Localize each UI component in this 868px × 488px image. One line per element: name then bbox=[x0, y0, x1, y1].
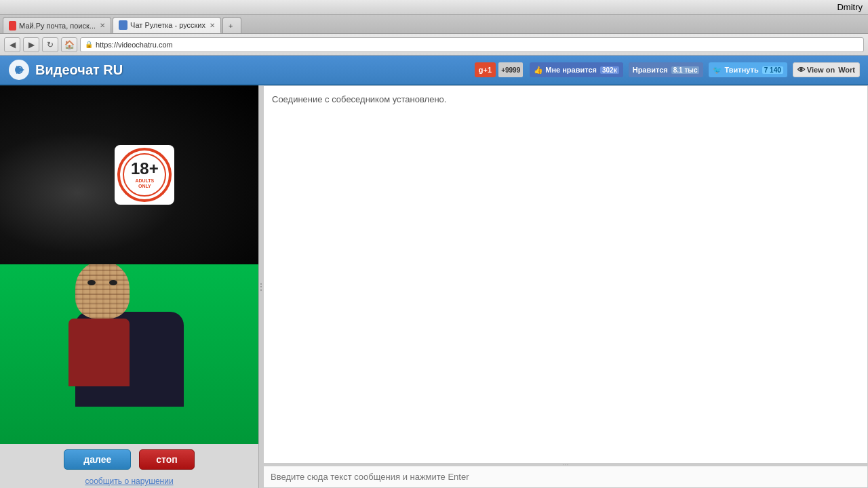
tab-new-icon: + bbox=[229, 22, 233, 30]
video-panel: 18+ ADULTSONLY bbox=[0, 85, 259, 488]
stop-button[interactable]: стоп bbox=[139, 449, 194, 470]
adults-text: ADULTSONLY bbox=[135, 178, 154, 188]
chat-input-area bbox=[264, 466, 867, 487]
url-bar[interactable]: 🔒 https://videochatru.com bbox=[80, 37, 864, 52]
twitter-label: Твитнуть bbox=[724, 66, 758, 74]
page-content: Видеочат RU g+1 +9999 👍 Мне нравится 302… bbox=[0, 56, 868, 488]
tab-new[interactable]: + bbox=[222, 17, 241, 33]
chat-panel: Соединение с собеседником установлено. ·… bbox=[263, 85, 868, 488]
view-icon: 👁 bbox=[797, 66, 805, 74]
tab-chat[interactable]: Чат Рулетка - русских ✕ bbox=[113, 17, 221, 33]
next-button[interactable]: далее bbox=[64, 449, 131, 470]
head bbox=[75, 264, 130, 319]
forward-button[interactable]: ▶ bbox=[23, 37, 39, 52]
gplus-count-text: +9999 bbox=[501, 66, 520, 74]
like-label: Мне нравится bbox=[545, 66, 597, 74]
home-button[interactable]: 🏠 bbox=[61, 37, 77, 52]
main-layout: 18+ ADULTSONLY bbox=[0, 85, 868, 488]
site-logo: Видеочат RU bbox=[8, 59, 123, 81]
age-badge: 18+ ADULTSONLY bbox=[115, 145, 174, 205]
reload-button[interactable]: ↻ bbox=[42, 37, 58, 52]
age-badge-inner: 18+ ADULTSONLY bbox=[117, 148, 172, 202]
left-eye bbox=[87, 280, 96, 285]
age-text: 18+ bbox=[131, 161, 159, 177]
twitter-button[interactable]: 🐦 Твитнуть 7 140 bbox=[709, 62, 787, 77]
wort-label: Wort bbox=[838, 66, 855, 74]
lock-icon: 🔒 bbox=[85, 41, 93, 48]
chat-messages: Соединение с собеседником установлено. bbox=[264, 86, 867, 463]
header-social-buttons: g+1 +9999 👍 Мне нравится 302к Нравится 8… bbox=[475, 62, 860, 77]
tab-mail-close[interactable]: ✕ bbox=[100, 22, 105, 29]
gplus-button[interactable]: g+1 bbox=[475, 62, 496, 77]
headphones bbox=[62, 264, 130, 271]
url-text: https://videochatru.com bbox=[96, 41, 173, 49]
browser-user: Dmitry bbox=[837, 2, 863, 12]
tab-chat-close[interactable]: ✕ bbox=[210, 22, 215, 29]
logo-icon bbox=[8, 59, 30, 81]
gplus-count: +9999 bbox=[498, 62, 523, 77]
report-link[interactable]: сообщить о нарушении bbox=[85, 476, 173, 486]
report-link-area: сообщить о нарушении bbox=[0, 474, 258, 488]
browser-title-bar: Dmitry bbox=[0, 0, 868, 15]
view-button[interactable]: 👁 View on Wort bbox=[793, 62, 860, 77]
right-eye bbox=[109, 280, 117, 285]
gplus-label: g+1 bbox=[479, 66, 492, 74]
video-bottom bbox=[0, 264, 258, 444]
twitter-bird-icon: 🐦 bbox=[713, 66, 722, 75]
site-header: Видеочат RU g+1 +9999 👍 Мне нравится 302… bbox=[0, 56, 868, 85]
twitter-count: 7 140 bbox=[762, 66, 783, 74]
body-torso bbox=[68, 319, 130, 386]
tab-chat-label: Чат Рулетка - русских bbox=[130, 21, 205, 29]
like-count: 302к bbox=[600, 66, 619, 74]
tab-mail[interactable]: Май.Ру почта, поиск... ✕ bbox=[3, 17, 111, 33]
tab-mail-label: Май.Ру почта, поиск... bbox=[19, 22, 96, 30]
vk-label: Нравится bbox=[633, 66, 668, 74]
like-icon: 👍 bbox=[534, 66, 543, 75]
chat-status: Соединение с собеседником установлено. bbox=[272, 94, 446, 104]
video-buttons: далее стоп bbox=[0, 444, 258, 474]
back-button[interactable]: ◀ bbox=[4, 37, 20, 52]
tab-chat-favicon bbox=[119, 20, 127, 30]
vk-count: 8.1 тыс bbox=[671, 66, 700, 74]
like-button[interactable]: 👍 Мне нравится 302к bbox=[530, 62, 623, 77]
site-title: Видеочат RU bbox=[35, 62, 123, 78]
head-mask bbox=[75, 264, 130, 319]
resize-handle[interactable] bbox=[259, 85, 263, 488]
browser-nav-bar: ◀ ▶ ↻ 🏠 🔒 https://videochatru.com bbox=[0, 34, 868, 56]
person-figure bbox=[62, 278, 197, 407]
video-top: 18+ ADULTSONLY bbox=[0, 85, 258, 264]
vk-button[interactable]: Нравится 8.1 тыс bbox=[629, 62, 704, 77]
browser-tabs-bar: Май.Ру почта, поиск... ✕ Чат Рулетка - р… bbox=[0, 15, 868, 34]
chat-input[interactable] bbox=[271, 472, 861, 482]
view-label: View on bbox=[807, 66, 835, 74]
tab-mail-favicon bbox=[9, 21, 16, 30]
